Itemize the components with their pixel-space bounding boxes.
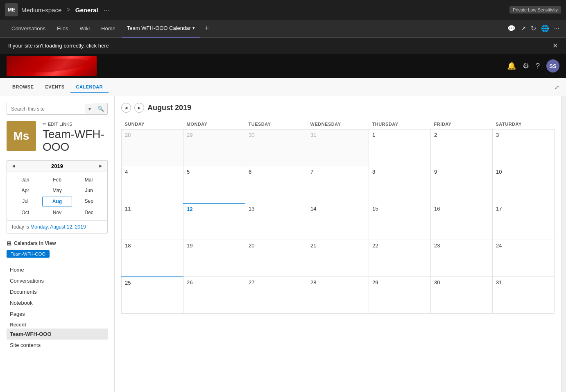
mini-cal-year: 2019 [51, 163, 63, 169]
day-cell[interactable]: 21 [307, 240, 369, 277]
day-cell[interactable]: 15 [369, 203, 431, 240]
mini-cal-aug[interactable]: Aug [42, 197, 72, 206]
ribbon-calendar[interactable]: CALENDAR [70, 82, 109, 93]
day-cell[interactable]: 28 [122, 129, 183, 166]
day-cell[interactable]: 9 [431, 166, 493, 203]
day-cell[interactable]: 20 [245, 240, 307, 277]
team-wfh-ooo-calendar-badge[interactable]: Team-WFH-OOO [7, 250, 50, 258]
mini-cal-oct[interactable]: Oct [10, 208, 41, 217]
tab-home[interactable]: Home [96, 20, 120, 38]
mini-cal-apr[interactable]: Apr [10, 186, 41, 195]
settings-icon[interactable]: ⚙ [523, 61, 529, 70]
day-cell[interactable]: 23 [431, 240, 493, 277]
ribbon-events[interactable]: EVENTS [40, 82, 70, 93]
chat-icon[interactable]: 💬 [507, 25, 516, 32]
day-cell[interactable]: 30 [431, 277, 493, 314]
info-banner-text[interactable]: If your site isn't loading correctly, cl… [8, 43, 109, 49]
ribbon-browse[interactable]: BROWSE [7, 82, 40, 93]
day-cell[interactable]: 1 [369, 129, 431, 166]
channel-options-icon[interactable]: ··· [104, 6, 110, 14]
mini-cal-prev-button[interactable]: ◄ [11, 163, 16, 169]
day-cell[interactable]: 29 [369, 277, 431, 314]
header-icons: 🔔 ⚙ ? SS [507, 59, 559, 73]
day-cell[interactable]: 28 [307, 277, 369, 314]
mini-cal-next-button[interactable]: ► [98, 163, 103, 169]
day-cell[interactable]: 19 [183, 240, 245, 277]
day-cell[interactable]: 25 [122, 277, 183, 314]
nav-item-team-wfh-ooo[interactable]: Team-WFH-OOO [7, 329, 108, 340]
search-input[interactable] [7, 104, 85, 114]
help-icon[interactable]: ? [536, 62, 540, 70]
day-cell[interactable]: 5 [183, 166, 245, 203]
nav-item-notebook[interactable]: Notebook [7, 297, 108, 308]
user-avatar[interactable]: ME [5, 3, 18, 16]
day-cell[interactable]: 10 [493, 166, 555, 203]
tab-conversations[interactable]: Conversations [7, 20, 50, 38]
day-cell[interactable]: 24 [493, 240, 555, 277]
user-profile-icon[interactable]: SS [546, 59, 559, 73]
today-link[interactable]: Monday, August 12, 2019 [30, 224, 86, 230]
day-cell[interactable]: 3 [493, 129, 555, 166]
day-cell[interactable]: 27 [245, 277, 307, 314]
refresh-icon[interactable]: ↻ [531, 25, 536, 32]
calendar-prev-button[interactable]: ◄ [121, 103, 131, 113]
col-tuesday: TUESDAY [245, 119, 307, 129]
table-row: 4 5 6 7 8 9 10 [122, 166, 555, 203]
tab-files[interactable]: Files [52, 20, 73, 38]
nav-item-conversations[interactable]: Conversations [7, 275, 108, 286]
mini-cal-sep[interactable]: Sep [74, 197, 104, 206]
site-title-block: ✏ EDIT LINKS Team-WFH-OOO [43, 121, 108, 154]
day-cell[interactable]: 11 [122, 203, 183, 240]
day-cell[interactable]: 26 [183, 277, 245, 314]
info-banner-close-button[interactable]: ✕ [552, 42, 558, 50]
nav-item-site-contents[interactable]: Site contents [7, 340, 108, 351]
day-cell[interactable]: 14 [307, 203, 369, 240]
search-button[interactable]: 🔍 [94, 103, 107, 114]
mini-cal-mar[interactable]: Mar [74, 175, 104, 184]
more-options-icon[interactable]: ··· [554, 25, 559, 32]
mini-cal-grid: Jan Feb Mar Apr May Jun Jul Aug Sep Oct … [7, 172, 107, 220]
day-cell[interactable]: 7 [307, 166, 369, 203]
ribbon-expand-icon[interactable]: ⤢ [555, 84, 559, 91]
mini-cal-dec[interactable]: Dec [74, 208, 104, 217]
header-image [7, 56, 97, 76]
add-tab-button[interactable]: + [205, 24, 209, 33]
ribbon: BROWSE EVENTS CALENDAR ⤢ [0, 78, 566, 96]
expand-icon[interactable]: ↗ [521, 25, 526, 32]
mini-cal-feb[interactable]: Feb [42, 175, 72, 184]
left-nav: Home Conversations Documents Notebook Pa… [7, 264, 108, 351]
mini-cal-nov[interactable]: Nov [42, 208, 72, 217]
day-cell[interactable]: 18 [122, 240, 183, 277]
day-cell[interactable]: 4 [122, 166, 183, 203]
nav-item-documents[interactable]: Documents [7, 286, 108, 297]
scrollbar[interactable] [561, 96, 566, 392]
globe-icon[interactable]: 🌐 [541, 25, 549, 32]
nav-item-pages[interactable]: Pages [7, 308, 108, 319]
search-dropdown-icon[interactable]: ▾ [85, 104, 94, 114]
day-cell[interactable]: 16 [431, 203, 493, 240]
tab-wiki[interactable]: Wiki [75, 20, 95, 38]
day-cell[interactable]: 2 [431, 129, 493, 166]
day-cell[interactable]: 30 [245, 129, 307, 166]
edit-links-button[interactable]: ✏ EDIT LINKS [43, 121, 108, 127]
day-cell[interactable]: 29 [183, 129, 245, 166]
calendar-next-button[interactable]: ► [134, 103, 144, 113]
mini-cal-jul[interactable]: Jul [10, 197, 41, 206]
day-cell[interactable]: 13 [245, 203, 307, 240]
notification-icon[interactable]: 🔔 [507, 61, 516, 70]
mini-cal-jun[interactable]: Jun [74, 186, 104, 195]
tab-team-wfh-ooo-calendar[interactable]: Team WFH-OOO Calendar ▾ [122, 20, 200, 38]
day-cell-today[interactable]: 12 [183, 203, 245, 240]
day-cell[interactable]: 17 [493, 203, 555, 240]
nav-item-home[interactable]: Home [7, 264, 108, 275]
day-cell[interactable]: 22 [369, 240, 431, 277]
table-row: 28 29 30 31 1 2 3 [122, 129, 555, 166]
day-cell[interactable]: 8 [369, 166, 431, 203]
channel-name[interactable]: General [75, 7, 98, 14]
day-cell[interactable]: 6 [245, 166, 307, 203]
mini-cal-may[interactable]: May [42, 186, 72, 195]
day-cell[interactable]: 31 [307, 129, 369, 166]
workspace-name[interactable]: Medium-space [21, 7, 61, 14]
mini-cal-jan[interactable]: Jan [10, 175, 41, 184]
day-cell[interactable]: 31 [493, 277, 555, 314]
